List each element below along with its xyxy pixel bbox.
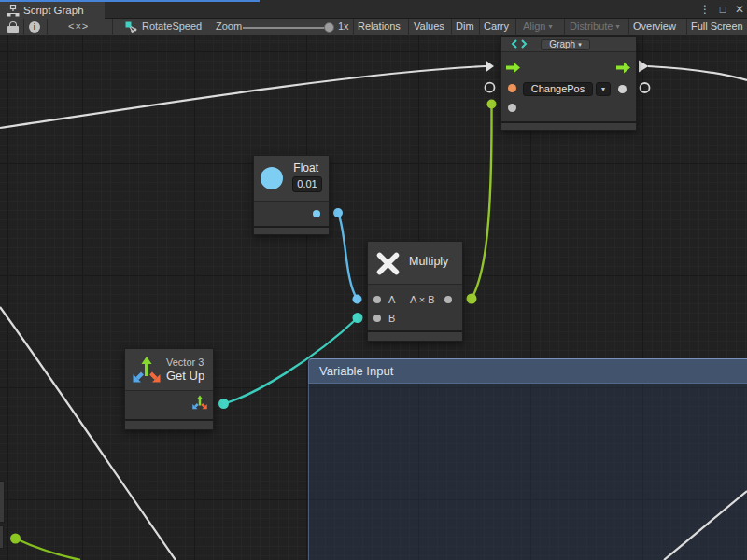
zoom-slider-handle[interactable]: [324, 22, 334, 33]
graph-canvas[interactable]: Variable Input: [0, 35, 747, 560]
node-footer: [254, 226, 329, 234]
node-set-variable[interactable]: Graph ▾ ChangePos ▾: [500, 36, 637, 131]
zoom-label: Zoom: [216, 19, 242, 35]
chevron-down-icon: ▾: [615, 22, 619, 31]
node-clipped-left[interactable]: [0, 481, 5, 523]
port-ring-right[interactable]: [641, 83, 650, 92]
divider: [47, 19, 48, 35]
group-body: [308, 384, 747, 560]
variable-kind-dropdown[interactable]: Graph ▾: [541, 39, 590, 51]
tab-title: Script Graph: [23, 2, 84, 19]
divider: [23, 19, 24, 35]
divider: [515, 19, 516, 35]
port-vector3-output[interactable]: [191, 394, 208, 411]
chevron-down-icon: ▾: [548, 22, 552, 31]
info-icon[interactable]: i: [29, 21, 40, 33]
divider: [353, 19, 354, 35]
values-button[interactable]: Values: [414, 19, 444, 35]
divider: [408, 19, 409, 35]
node-title: Multiply: [409, 255, 448, 268]
divider: [479, 19, 480, 35]
divider: [628, 19, 629, 35]
port-b-input[interactable]: [374, 315, 381, 322]
port-value-input[interactable]: [508, 104, 516, 112]
window-maximize-icon[interactable]: □: [716, 2, 729, 19]
wire-end-dot[interactable]: [10, 534, 21, 544]
node-footer: [501, 121, 636, 130]
chevron-down-icon: ▾: [578, 39, 582, 49]
port-ring-left[interactable]: [486, 83, 495, 92]
wire-end-dot[interactable]: [353, 313, 363, 323]
node-vector3-get-up[interactable]: Vector 3 Get Up: [124, 348, 214, 430]
wire-lime-bottom-left[interactable]: [16, 539, 81, 560]
port-float-output[interactable]: [313, 210, 320, 217]
float-value-field[interactable]: 0.01: [292, 176, 322, 192]
variable-name-dropdown[interactable]: ChangePos: [523, 82, 593, 96]
control-output-arrow[interactable]: [616, 62, 630, 74]
window-close-icon[interactable]: ✕: [733, 2, 746, 19]
wire-multiply-to-setvar[interactable]: [472, 105, 492, 300]
zoom-value: 1x: [338, 19, 349, 35]
variable-name-chevron[interactable]: ▾: [596, 82, 611, 96]
port-out-output[interactable]: [444, 296, 452, 303]
distribute-button: Distribute▾: [570, 19, 619, 35]
wire-end-dot[interactable]: [467, 294, 477, 304]
wire-arrowhead-out: [639, 61, 649, 73]
port-b-label: B: [388, 312, 395, 325]
group-header[interactable]: Variable Input: [308, 358, 747, 384]
node-float[interactable]: Float 0.01: [253, 155, 330, 235]
graph-breadcrumb-icon: [125, 21, 138, 33]
wire-control-out[interactable]: [648, 66, 747, 80]
wire-end-dot[interactable]: [353, 295, 362, 304]
node-footer: [368, 330, 462, 341]
port-out-label: A × B: [410, 293, 435, 306]
group-title: Variable Input: [319, 359, 393, 384]
wire-end-dot[interactable]: [218, 399, 229, 409]
divider: [112, 19, 113, 35]
node-title: Vector 3: [166, 357, 204, 368]
node-title: Float: [293, 161, 318, 175]
divider: [451, 19, 452, 35]
port-name-input[interactable]: [508, 84, 516, 92]
group-variable-input[interactable]: Variable Input: [308, 358, 747, 560]
code-view-icon[interactable]: <×>: [68, 19, 89, 35]
port-a-input[interactable]: [374, 296, 381, 303]
dim-button[interactable]: Dim: [456, 19, 474, 35]
breadcrumb[interactable]: RotateSpeed: [142, 19, 202, 35]
control-input-arrow[interactable]: [506, 62, 520, 74]
relations-button[interactable]: Relations: [358, 19, 401, 35]
wire-float-to-multiply[interactable]: [338, 213, 358, 300]
wire-arrowhead-in: [486, 61, 494, 73]
tab-bar: Script Graph ⋮ □ ✕: [0, 0, 747, 19]
script-graph-icon: [7, 5, 20, 17]
divider: [564, 19, 565, 35]
wire-control-in[interactable]: [0, 66, 486, 128]
window-menu-icon[interactable]: ⋮: [698, 2, 712, 19]
multiply-icon: [375, 251, 401, 276]
wire-white-long[interactable]: [0, 307, 176, 560]
fullscreen-button[interactable]: Full Screen: [691, 19, 743, 35]
node-subtitle: Get Up: [166, 369, 204, 383]
port-a-label: A: [388, 293, 395, 306]
node-multiply[interactable]: Multiply A A × B B: [367, 241, 463, 342]
align-button: Align▾: [523, 19, 552, 35]
script-graph-window: Script Graph ⋮ □ ✕ i <×> RotateSpeed Zoo…: [0, 0, 747, 560]
divider: [686, 19, 687, 35]
node-clipped-left-footer[interactable]: [0, 525, 4, 549]
carry-button[interactable]: Carry: [484, 19, 509, 35]
graph-variable-icon: [511, 39, 529, 49]
tab-script-graph[interactable]: Script Graph: [0, 2, 105, 19]
overview-button[interactable]: Overview: [633, 19, 676, 35]
node-footer: [125, 419, 213, 429]
vector3-icon: [130, 353, 163, 386]
float-type-icon: [261, 167, 283, 189]
zoom-slider[interactable]: [243, 27, 325, 29]
wire-end-dot[interactable]: [333, 208, 343, 217]
wire-end-dot[interactable]: [487, 100, 497, 109]
graph-toolbar: i <×> RotateSpeed Zoom 1x Relations Valu…: [0, 19, 747, 35]
port-value-output[interactable]: [618, 85, 627, 93]
